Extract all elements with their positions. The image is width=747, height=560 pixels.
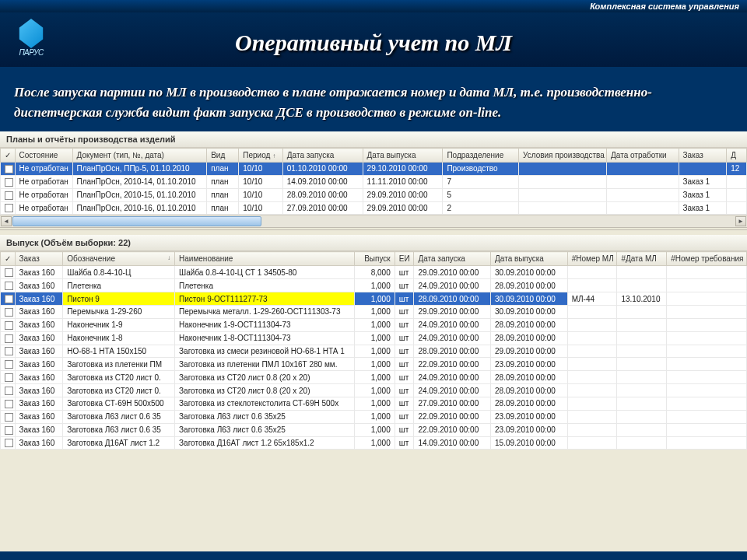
table-row[interactable]: Заказ 160Перемычка 1-29-260Перемычка мет…	[1, 306, 747, 319]
cell-check[interactable]	[1, 371, 16, 384]
checkbox-icon[interactable]	[5, 165, 13, 173]
col-end-date[interactable]: Дата выпуска	[363, 149, 443, 163]
cell-check[interactable]	[1, 358, 16, 371]
table-row[interactable]: Не отработанПланПрОсн, 2010-15, 01.10.20…	[1, 188, 747, 201]
checkbox-icon[interactable]	[5, 191, 13, 200]
checkbox-icon[interactable]	[5, 295, 13, 303]
col-req-number[interactable]: #Номер требования	[667, 252, 747, 266]
checkbox-icon[interactable]	[5, 282, 13, 290]
table-row[interactable]: Заказ 160Заготовка Д16АТ лист 1.2Заготов…	[1, 436, 747, 450]
table-row[interactable]: Заказ 160Заготовка Л63 лист 0.6 35Загото…	[1, 423, 747, 436]
cell-order: Заказ 1	[679, 201, 727, 215]
checkbox-icon[interactable]	[5, 204, 13, 212]
col-start-date[interactable]: Дата запуска	[282, 149, 363, 163]
cell-check[interactable]	[1, 318, 16, 331]
cell-check[interactable]	[1, 266, 16, 279]
col-check[interactable]: ✓	[1, 149, 16, 163]
cell-check[interactable]	[1, 292, 16, 306]
table-row[interactable]: Заказ 160ПлетенкаПлетенка1,000шт24.09.20…	[1, 279, 747, 292]
cell-name: Заготовка из смеси резиновой НО-68-1 НТА…	[175, 345, 355, 358]
checkbox-icon[interactable]	[5, 178, 13, 187]
cell-check[interactable]	[1, 163, 16, 176]
col-conditions[interactable]: Условия производства	[519, 149, 607, 163]
col-processed[interactable]: Дата отработки	[607, 149, 679, 163]
plans-header-row[interactable]: ✓ Состояние Документ (тип, №, дата) Вид …	[1, 149, 747, 163]
logo-icon	[16, 19, 46, 48]
table-row[interactable]: Не отработанПланПрОсн, 2010-14, 01.10.20…	[1, 175, 747, 188]
output-table[interactable]: ✓ Заказ Обозначение ↓ Наименование Выпус…	[0, 251, 747, 450]
col-unit[interactable]: Подразделение	[443, 149, 519, 163]
table-row[interactable]: Заказ 160Заготовка Л63 лист 0.6 35Загото…	[1, 410, 747, 423]
cell-check[interactable]	[1, 306, 16, 319]
checkbox-icon[interactable]	[5, 334, 13, 343]
cell-desig: Наконечник 1-9	[63, 318, 175, 331]
cell-check[interactable]	[1, 188, 16, 201]
cell-order: Заказ 160	[15, 306, 63, 319]
col-qty[interactable]: Выпуск	[355, 252, 395, 266]
table-row[interactable]: Заказ 160Пистон 9Пистон 9-ОСТ111277-731,…	[1, 292, 747, 306]
col-ml-number[interactable]: #Номер МЛ	[567, 252, 617, 266]
cell-check[interactable]	[1, 384, 16, 397]
scroll-thumb[interactable]	[12, 216, 261, 226]
col-check[interactable]: ✓	[1, 252, 16, 266]
cell-check[interactable]	[1, 397, 16, 411]
checkbox-icon[interactable]	[5, 426, 13, 435]
cell-check[interactable]	[1, 410, 16, 423]
cell-desig: Заготовка Л63 лист 0.6 35	[63, 410, 175, 423]
col-name[interactable]: Наименование	[175, 252, 355, 266]
cell-order: Заказ 160	[15, 279, 63, 292]
col-unit[interactable]: ЕИ	[395, 252, 414, 266]
cell-start: 14.09.2010 00:00	[282, 175, 363, 188]
table-row[interactable]: Не отработанПланПрОсн, 2010-16, 01.10.20…	[1, 201, 747, 215]
col-kind[interactable]: Вид	[207, 149, 239, 163]
plans-hscroll[interactable]: ◄ ►	[0, 215, 747, 227]
checkbox-icon[interactable]	[5, 413, 13, 422]
checkbox-icon[interactable]	[5, 360, 13, 369]
col-period[interactable]: Период ↑	[239, 149, 283, 163]
cell-mldate	[617, 410, 667, 423]
cell-ml	[567, 358, 617, 371]
col-start[interactable]: Дата запуска	[414, 252, 491, 266]
output-header-row[interactable]: ✓ Заказ Обозначение ↓ Наименование Выпус…	[1, 252, 747, 266]
checkbox-icon[interactable]	[5, 308, 13, 317]
col-designation[interactable]: Обозначение ↓	[63, 252, 175, 266]
checkbox-icon[interactable]	[5, 373, 13, 382]
checkbox-icon[interactable]	[5, 439, 13, 447]
table-row[interactable]: Заказ 160Заготовка СТ-69Н 500x500Заготов…	[1, 397, 747, 411]
table-row[interactable]: Заказ 160Шайба 0.8-4-10-ЦШайба 0.8-4-10-…	[1, 266, 747, 279]
plans-table[interactable]: ✓ Состояние Документ (тип, №, дата) Вид …	[0, 148, 747, 215]
scroll-right-icon[interactable]: ►	[735, 216, 746, 226]
col-order[interactable]: Заказ	[15, 252, 63, 266]
table-row[interactable]: Заказ 160Заготовка из СТ20 лист 0.Загото…	[1, 384, 747, 397]
col-end[interactable]: Дата выпуска	[491, 252, 568, 266]
table-row[interactable]: Заказ 160Заготовка из плетенки ПМЗаготов…	[1, 358, 747, 371]
cell-check[interactable]	[1, 279, 16, 292]
checkbox-icon[interactable]	[5, 387, 13, 395]
cell-ml	[567, 306, 617, 319]
table-row[interactable]: Заказ 160Наконечник 1-8Наконечник 1-8-ОС…	[1, 331, 747, 345]
checkbox-icon[interactable]	[5, 347, 13, 355]
checkbox-icon[interactable]	[5, 268, 13, 277]
cell-ml	[567, 331, 617, 345]
cell-check[interactable]	[1, 423, 16, 436]
cell-qty: 1,000	[355, 436, 395, 450]
cell-check[interactable]	[1, 436, 16, 450]
cell-start: 22.09.2010 00:00	[414, 358, 491, 371]
cell-check[interactable]	[1, 201, 16, 215]
col-ml-date[interactable]: #Дата МЛ	[617, 252, 667, 266]
cell-kind: план	[207, 175, 239, 188]
cell-check[interactable]	[1, 345, 16, 358]
cell-check[interactable]	[1, 331, 16, 345]
col-document[interactable]: Документ (тип, №, дата)	[72, 149, 207, 163]
table-row[interactable]: Заказ 160Заготовка из СТ20 лист 0.Загото…	[1, 371, 747, 384]
checkbox-icon[interactable]	[5, 400, 13, 408]
col-state[interactable]: Состояние	[15, 149, 72, 163]
col-order[interactable]: Заказ	[679, 149, 727, 163]
col-extra[interactable]: Д	[727, 149, 747, 163]
table-row[interactable]: Заказ 160Наконечник 1-9Наконечник 1-9-ОС…	[1, 318, 747, 331]
scroll-left-icon[interactable]: ◄	[1, 216, 12, 226]
cell-check[interactable]	[1, 175, 16, 188]
table-row[interactable]: Заказ 160НО-68-1 НТА 150x150Заготовка из…	[1, 345, 747, 358]
table-row[interactable]: Не отработанПланПрОсн, ППр-5, 01.10.2010…	[1, 163, 747, 176]
checkbox-icon[interactable]	[5, 321, 13, 330]
